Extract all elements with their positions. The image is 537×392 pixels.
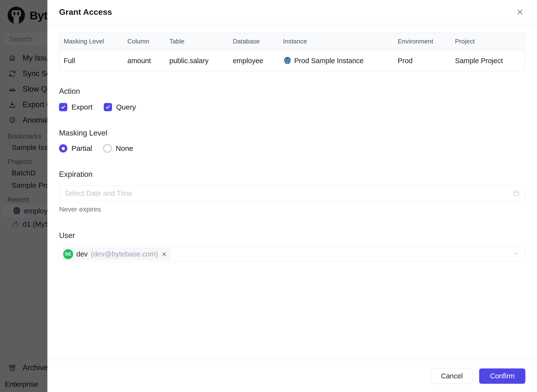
user-name: dev: [76, 250, 88, 258]
expiration-datetime-input[interactable]: [59, 186, 512, 201]
table-row: Full amount public.salary employee: [59, 50, 525, 71]
grant-target-table: Masking Level Column Table Database Inst…: [59, 33, 525, 71]
cell-database: employee: [228, 50, 279, 71]
instance-name: Prod Sample Instance: [294, 57, 364, 65]
modal-footer: Cancel Confirm: [47, 360, 537, 392]
expiration-note: Never expires: [59, 205, 525, 213]
masking-section-title: Masking Level: [59, 129, 525, 137]
grant-access-modal: Grant Access Masking Level Column Table …: [47, 0, 537, 392]
chevron-down-icon: [512, 250, 520, 258]
col-environment: Environment: [393, 33, 451, 50]
expiration-datetime-field[interactable]: [59, 186, 525, 201]
export-option: Export: [59, 103, 93, 111]
user-select[interactable]: DE dev (dev@bytebase.com): [59, 246, 525, 262]
query-option: Query: [104, 103, 136, 111]
avatar: DE: [63, 249, 73, 259]
cell-project: Sample Project: [451, 50, 525, 71]
export-label: Export: [71, 103, 93, 111]
user-section-title: User: [59, 231, 525, 240]
cell-masking-level: Full: [59, 50, 123, 71]
col-database: Database: [228, 33, 279, 50]
none-label: None: [116, 144, 133, 153]
confirm-button[interactable]: Confirm: [479, 368, 525, 384]
cell-table: public.salary: [165, 50, 228, 71]
col-column: Column: [123, 33, 165, 50]
col-table: Table: [165, 33, 228, 50]
close-icon: [516, 8, 524, 16]
query-checkbox[interactable]: [104, 103, 112, 111]
close-icon: [161, 251, 167, 257]
action-section-title: Action: [59, 87, 525, 96]
partial-label: Partial: [71, 144, 92, 153]
export-checkbox[interactable]: [59, 103, 67, 111]
none-option: None: [103, 144, 133, 153]
partial-radio[interactable]: [59, 144, 67, 153]
postgresql-icon: [283, 56, 292, 65]
query-label: Query: [116, 103, 136, 111]
cell-instance: Prod Sample Instance: [279, 50, 393, 71]
expiration-section-title: Expiration: [59, 170, 525, 179]
cell-environment: Prod: [393, 50, 451, 71]
calendar-icon: [512, 189, 520, 197]
col-project: Project: [451, 33, 525, 50]
col-instance: Instance: [279, 33, 393, 50]
close-button[interactable]: [515, 7, 525, 17]
partial-option: Partial: [59, 144, 92, 153]
cell-column: amount: [123, 50, 165, 71]
none-radio[interactable]: [103, 144, 112, 153]
modal-title: Grant Access: [59, 7, 112, 17]
col-masking-level: Masking Level: [59, 33, 123, 50]
modal-header: Grant Access: [47, 0, 537, 24]
cancel-button[interactable]: Cancel: [431, 368, 473, 384]
table-header-row: Masking Level Column Table Database Inst…: [59, 33, 525, 50]
check-icon: [60, 104, 66, 110]
user-email: (dev@bytebase.com): [91, 250, 158, 258]
check-icon: [105, 104, 111, 110]
user-tag: DE dev (dev@bytebase.com): [62, 248, 171, 260]
remove-user-button[interactable]: [161, 251, 167, 257]
